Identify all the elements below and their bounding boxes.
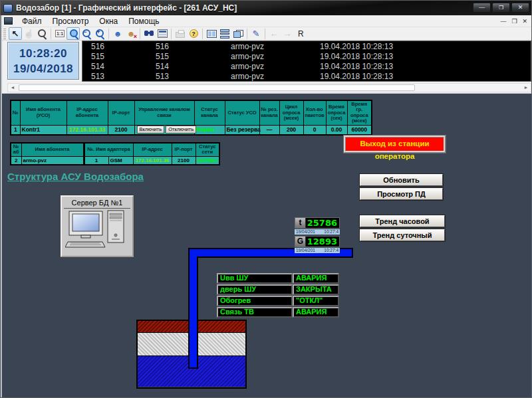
col-header: IP-порт	[172, 143, 196, 156]
event-log[interactable]: 516516armo-pvz19.04.2018 10:28:13 515515…	[82, 41, 531, 82]
mdi-child-icon[interactable]	[4, 17, 13, 25]
status-row: дверь ШУ ЗАКРЫТА	[217, 284, 339, 295]
nav-forward-icon[interactable]	[281, 27, 294, 40]
title-bar: Водозабор [1] - Графический интерфейс - …	[1, 1, 532, 15]
view-pd-button[interactable]: Просмотр ПД	[360, 188, 443, 200]
cell-name: armo-pvz	[21, 156, 84, 165]
clock-time: 10:28:20	[8, 46, 78, 61]
menu-file[interactable]: Файл	[17, 17, 47, 26]
col-header: Статус сети	[196, 143, 219, 156]
refresh-button[interactable]: Обновить	[360, 174, 443, 186]
find-icon[interactable]	[142, 27, 156, 40]
close-button[interactable]	[511, 3, 529, 13]
col-header: IP-адрес	[133, 143, 172, 156]
col-header: IP-порт	[108, 100, 134, 125]
nav-back-icon[interactable]	[267, 27, 281, 40]
col-header: Кол-во пакетов	[303, 100, 326, 125]
cell-port: 2100	[108, 125, 134, 135]
table-row: 1 Kontr1 172.16.101.33 2100 ВключитьОткл…	[11, 125, 372, 135]
cell-channel-status: Норма	[194, 125, 225, 135]
col-header: Цикл опроса (мсек)	[279, 100, 303, 125]
col-header: IP-адрес абонента	[66, 100, 108, 125]
restore-button[interactable]	[492, 3, 510, 13]
cell-ip: 172.16.101.36	[133, 156, 172, 165]
scroll-right-icon[interactable]: ►	[521, 84, 531, 92]
app-window: Водозабор [1] - Графический интерфейс - …	[0, 0, 532, 398]
app-icon	[3, 4, 13, 13]
tile-vertical-icon[interactable]	[205, 27, 218, 40]
r-button[interactable]: R	[294, 29, 308, 39]
menu-bar: Файл Просмотр Окна Помощь — ❒ ✕	[2, 15, 531, 27]
toolbar-separator	[171, 29, 172, 39]
user-login-icon[interactable]	[111, 27, 124, 40]
edit-script-icon[interactable]	[249, 27, 263, 40]
cascade-windows-icon[interactable]	[231, 27, 245, 40]
disable-channel-button[interactable]: Отключить	[166, 126, 196, 134]
db-server-label: Сервер БД №1	[64, 197, 130, 209]
log-horizontal-scrollbar[interactable]: ◄ ►	[7, 83, 531, 92]
zoom-tool-icon[interactable]	[35, 27, 49, 40]
cell-poll-cycle: 200	[279, 125, 303, 135]
mdi-close-icon[interactable]: ✕	[522, 18, 527, 25]
mdi-minimize-icon[interactable]: —	[500, 18, 506, 25]
col-header: Имя абонента (УСО)	[20, 100, 66, 125]
cell-name: Kontr1	[20, 125, 66, 135]
trend-hourly-button[interactable]: Тренд часовой	[360, 215, 445, 227]
status-panel: 10:28:20 19/04/2018 516516armo-pvz19.04.…	[2, 41, 531, 94]
menu-help[interactable]: Помощь	[123, 17, 164, 26]
mdi-restore-icon[interactable]: ❒	[511, 18, 517, 25]
cell-adapter-name: GSM	[108, 156, 133, 165]
adapter-table: № аб Имя абонента №. Имя адаптера IP-адр…	[10, 142, 220, 165]
cell-packets: 0	[303, 125, 326, 135]
zoom-region-icon[interactable]	[66, 27, 80, 40]
enable-channel-button[interactable]: Включить	[137, 126, 165, 134]
log-row: 513513armo-pvz19.04.2018 10:28:13	[82, 72, 531, 82]
minimize-button[interactable]	[473, 3, 491, 13]
clock-date: 19/04/2018	[8, 61, 78, 76]
indicator-g-timestamp: 19/04/20110:27:4	[295, 248, 340, 253]
log-row: 514514armo-pvz19.04.2018 10:28:13	[82, 62, 531, 72]
exit-operator-station-button[interactable]: Выход из станции оператора	[344, 136, 446, 153]
menu-windows[interactable]: Окна	[94, 17, 123, 26]
cell-adapter-num: 1	[84, 156, 108, 165]
col-header: Время опроса (сек)	[326, 100, 347, 125]
scada-workspace: № Имя абонента (УСО) IP-адрес абонента I…	[2, 94, 531, 397]
toolbar-separator	[265, 29, 265, 39]
col-header: № рез. канала	[259, 100, 279, 125]
status-row: Связь ТВ АВАРИЯ	[217, 307, 339, 318]
window-controls	[473, 3, 529, 13]
cell-num: 1	[11, 125, 20, 135]
zoom-out-icon[interactable]: −	[80, 27, 93, 40]
zoom-100-button[interactable]: 1:1	[53, 27, 66, 40]
toolbar-separator	[140, 29, 140, 39]
structure-link[interactable]: Структура АСУ Водозабора	[7, 171, 144, 182]
scrollbar-thumb[interactable]	[19, 84, 415, 91]
col-header: Время гр. опроса (мсек)	[347, 100, 372, 125]
toolbar: 1:1 − + × R	[2, 27, 531, 41]
toolbar-separator	[202, 29, 203, 39]
tile-horizontal-icon[interactable]	[218, 27, 231, 40]
clock-display: 10:28:20 19/04/2018	[7, 42, 79, 80]
mdi-window-controls: — ❒ ✕	[500, 15, 527, 27]
report-table-icon[interactable]	[156, 27, 169, 40]
toolbar-separator	[247, 29, 247, 39]
indicator-g: G 12893	[295, 236, 340, 247]
scroll-left-icon[interactable]: ◄	[8, 84, 17, 92]
zoom-in-icon[interactable]: +	[93, 27, 106, 40]
log-row: 516516armo-pvz19.04.2018 10:28:13	[82, 42, 531, 52]
col-header: Имя абонента	[21, 143, 84, 156]
col-header: Статус УСО	[225, 100, 259, 125]
cell-ip: 172.16.101.33	[66, 125, 108, 135]
hand-tool-icon[interactable]	[22, 27, 35, 40]
pointer-tool-icon[interactable]	[9, 27, 22, 40]
user-logout-icon[interactable]: ×	[124, 27, 138, 40]
help-icon[interactable]	[187, 27, 200, 40]
print-icon[interactable]	[174, 27, 187, 40]
trend-daily-button[interactable]: Тренд суточный	[360, 229, 445, 241]
menu-view[interactable]: Просмотр	[47, 17, 94, 26]
app-body: Файл Просмотр Окна Помощь — ❒ ✕ 1:1 − + …	[1, 15, 532, 398]
toolbar-separator	[51, 29, 51, 39]
indicator-g-label: G	[295, 237, 306, 247]
uso-channel-table: № Имя абонента (УСО) IP-адрес абонента I…	[10, 100, 372, 136]
cell-port: 2100	[172, 156, 196, 165]
